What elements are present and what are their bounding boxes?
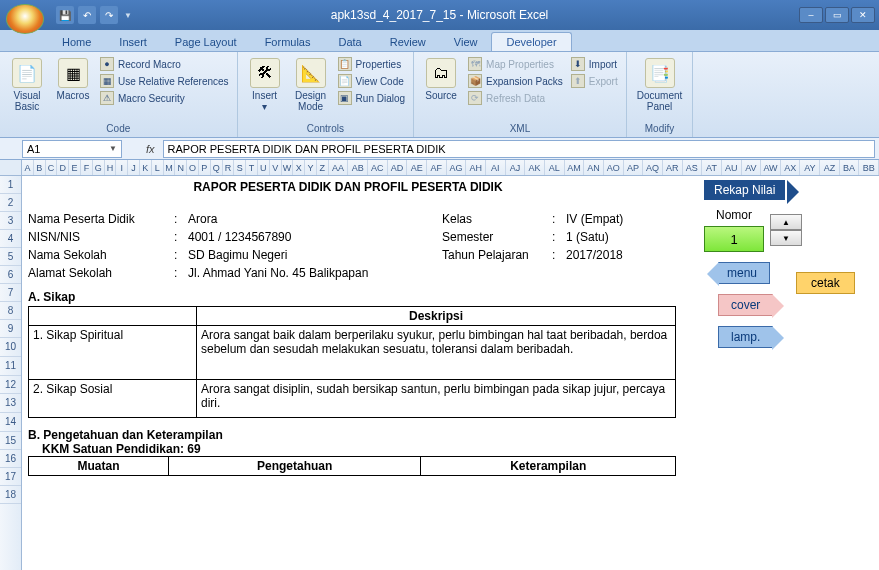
col-header-V[interactable]: V [270,160,282,175]
col-header-W[interactable]: W [282,160,294,175]
maximize-button[interactable]: ▭ [825,7,849,23]
col-header-T[interactable]: T [246,160,258,175]
col-header-AD[interactable]: AD [388,160,408,175]
col-header-E[interactable]: E [69,160,81,175]
col-header-AX[interactable]: AX [781,160,801,175]
worksheet-grid[interactable]: 123456789101112131415161718 RAPOR PESERT… [0,176,879,570]
row-header-7[interactable]: 7 [0,284,21,302]
row-header-3[interactable]: 3 [0,212,21,230]
redo-icon[interactable]: ↷ [100,6,118,24]
col-header-F[interactable]: F [81,160,93,175]
col-header-C[interactable]: C [46,160,58,175]
row-header-1[interactable]: 1 [0,176,21,194]
col-header-H[interactable]: H [105,160,117,175]
tab-insert[interactable]: Insert [105,33,161,51]
col-header-X[interactable]: X [293,160,305,175]
lamp-button[interactable]: lamp. [718,326,773,348]
col-header-AF[interactable]: AF [427,160,447,175]
map-properties-button[interactable]: 🗺Map Properties [466,56,565,72]
col-header-Q[interactable]: Q [211,160,223,175]
spinner-down-button[interactable]: ▼ [770,230,802,246]
col-header-AQ[interactable]: AQ [643,160,663,175]
col-header-S[interactable]: S [234,160,246,175]
minimize-button[interactable]: – [799,7,823,23]
tab-formulas[interactable]: Formulas [251,33,325,51]
col-header-AS[interactable]: AS [683,160,703,175]
col-header-BA[interactable]: BA [840,160,860,175]
row-header-10[interactable]: 10 [0,338,21,357]
tab-home[interactable]: Home [48,33,105,51]
refresh-data-button[interactable]: ⟳Refresh Data [466,90,565,106]
cetak-button[interactable]: cetak [796,272,855,294]
row-header-4[interactable]: 4 [0,230,21,248]
save-icon[interactable]: 💾 [56,6,74,24]
row-header-18[interactable]: 18 [0,486,21,504]
import-button[interactable]: ⬇Import [569,56,620,72]
col-header-AN[interactable]: AN [584,160,604,175]
col-header-L[interactable]: L [152,160,164,175]
run-dialog-button[interactable]: ▣Run Dialog [336,90,407,106]
select-all-corner[interactable] [0,160,22,175]
design-mode-button[interactable]: 📐 Design Mode [290,56,332,114]
tab-page-layout[interactable]: Page Layout [161,33,251,51]
export-button[interactable]: ⬆Export [569,73,620,89]
rekap-nilai-button[interactable]: Rekap Nilai [704,180,785,200]
undo-icon[interactable]: ↶ [78,6,96,24]
tab-review[interactable]: Review [376,33,440,51]
col-header-AZ[interactable]: AZ [820,160,840,175]
col-header-A[interactable]: A [22,160,34,175]
visual-basic-button[interactable]: 📄 Visual Basic [6,56,48,114]
view-code-button[interactable]: 📄View Code [336,73,407,89]
tab-data[interactable]: Data [324,33,375,51]
col-header-AR[interactable]: AR [663,160,683,175]
col-header-N[interactable]: N [175,160,187,175]
row-header-2[interactable]: 2 [0,194,21,212]
tab-developer[interactable]: Developer [491,32,571,51]
cover-button[interactable]: cover [718,294,773,316]
close-button[interactable]: ✕ [851,7,875,23]
name-box[interactable]: A1 ▼ [22,140,122,158]
col-header-AG[interactable]: AG [447,160,467,175]
col-header-J[interactable]: J [128,160,140,175]
col-header-AY[interactable]: AY [800,160,820,175]
row-header-13[interactable]: 13 [0,394,21,413]
formula-bar[interactable]: RAPOR PESERTA DIDIK DAN PROFIL PESERTA D… [163,140,875,158]
spinner-up-button[interactable]: ▲ [770,214,802,230]
col-header-Y[interactable]: Y [305,160,317,175]
document-panel-button[interactable]: 📑 Document Panel [633,56,687,114]
col-header-P[interactable]: P [199,160,211,175]
col-header-AU[interactable]: AU [722,160,742,175]
row-header-8[interactable]: 8 [0,302,21,320]
expansion-packs-button[interactable]: 📦Expansion Packs [466,73,565,89]
row-header-15[interactable]: 15 [0,432,21,450]
col-header-G[interactable]: G [93,160,105,175]
name-box-dropdown-icon[interactable]: ▼ [109,144,117,153]
row-header-5[interactable]: 5 [0,248,21,266]
row-header-12[interactable]: 12 [0,376,21,394]
col-header-D[interactable]: D [57,160,69,175]
macros-button[interactable]: ▦ Macros [52,56,94,103]
col-header-AP[interactable]: AP [624,160,644,175]
col-header-AM[interactable]: AM [565,160,585,175]
col-header-R[interactable]: R [223,160,235,175]
col-header-M[interactable]: M [164,160,176,175]
col-header-AH[interactable]: AH [466,160,486,175]
menu-button[interactable]: menu [718,262,770,284]
properties-button[interactable]: 📋Properties [336,56,407,72]
use-relative-button[interactable]: ▦Use Relative References [98,73,231,89]
col-header-AW[interactable]: AW [761,160,781,175]
source-button[interactable]: 🗂 Source [420,56,462,103]
col-header-AK[interactable]: AK [525,160,545,175]
fx-icon[interactable]: fx [146,143,155,155]
col-header-AI[interactable]: AI [486,160,506,175]
col-header-AV[interactable]: AV [742,160,762,175]
row-header-14[interactable]: 14 [0,413,21,432]
col-header-BB[interactable]: BB [859,160,879,175]
col-header-AL[interactable]: AL [545,160,565,175]
office-button[interactable] [6,4,44,34]
row-header-6[interactable]: 6 [0,266,21,284]
col-header-K[interactable]: K [140,160,152,175]
record-macro-button[interactable]: ●Record Macro [98,56,231,72]
insert-control-button[interactable]: 🛠 Insert▾ [244,56,286,114]
col-header-O[interactable]: O [187,160,199,175]
